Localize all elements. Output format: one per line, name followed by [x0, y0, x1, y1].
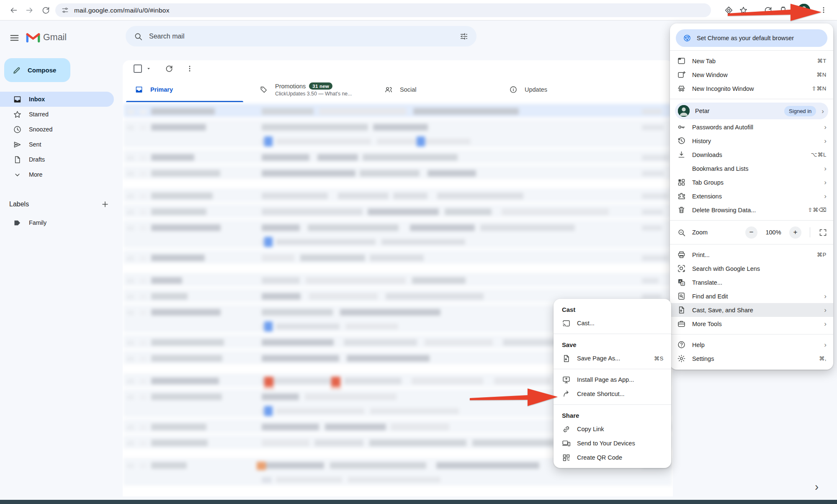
refresh-icon[interactable] — [165, 64, 173, 73]
menu-item-help[interactable]: Help› — [670, 338, 833, 352]
blur-block — [345, 324, 398, 329]
menu-item-history[interactable]: History› — [670, 134, 833, 148]
lens-extension-icon[interactable] — [724, 6, 733, 15]
blur-block — [151, 440, 208, 446]
sidebar-item-sent[interactable]: Sent — [0, 137, 114, 152]
select-dropdown-icon[interactable] — [146, 66, 152, 72]
trash-icon — [677, 206, 686, 214]
tab-new-badge: 31 new — [309, 82, 332, 90]
main-menu-icon[interactable] — [9, 33, 20, 43]
submenu-item-send-to-your-devices[interactable]: Send to Your Devices — [554, 436, 671, 450]
menu-item-translate[interactable]: AaTranslate... — [670, 275, 833, 289]
menu-item-print[interactable]: Print...⌘P — [670, 248, 833, 262]
email-row[interactable] — [124, 250, 672, 264]
email-row[interactable] — [124, 273, 672, 286]
menu-item-search-with-google-lens[interactable]: Search with Google Lens — [670, 262, 833, 275]
download-icon — [677, 150, 686, 159]
blur-block — [127, 340, 134, 345]
forward-icon[interactable] — [25, 6, 34, 15]
email-row[interactable] — [124, 166, 672, 179]
submenu-item-save-page-as[interactable]: Save Page As...⌘S — [554, 351, 671, 365]
tab-content: Promotions31 newClickUpdates 3.50 — What… — [275, 82, 352, 97]
label-item-family[interactable]: Family — [0, 215, 114, 230]
email-row[interactable] — [124, 104, 672, 117]
compose-button[interactable]: Compose — [4, 58, 70, 82]
menu-item-downloads[interactable]: Downloads⌥⌘L — [670, 148, 833, 162]
submenu-item-create-shortcut[interactable]: Create Shortcut... — [554, 387, 671, 401]
profile-avatar[interactable] — [798, 4, 810, 16]
blur-block — [151, 224, 221, 231]
tab-social[interactable]: Social — [372, 77, 497, 102]
menu-item-tab-groups[interactable]: Tab Groups› — [670, 175, 833, 189]
clipboard-icon[interactable] — [779, 6, 788, 15]
sidebar-item-more[interactable]: More — [0, 167, 114, 182]
blur-block — [305, 393, 397, 400]
blur-block — [412, 277, 466, 284]
select-all-checkbox[interactable] — [134, 64, 142, 73]
side-panel-chevron-icon[interactable]: › — [815, 481, 819, 494]
sync-icon[interactable] — [764, 6, 773, 15]
profile-avatar — [678, 105, 690, 117]
fullscreen-icon[interactable] — [819, 228, 827, 237]
submenu-item-cast[interactable]: Cast... — [554, 316, 671, 330]
email-row[interactable] — [124, 220, 672, 248]
tab-updates[interactable]: Updates — [497, 77, 622, 102]
sidebar-item-drafts[interactable]: Drafts — [0, 152, 114, 167]
site-settings-icon[interactable] — [61, 6, 69, 14]
blur-block — [642, 193, 668, 199]
menu-item-shortcut: ⇧⌘N — [811, 85, 827, 92]
sidebar-item-inbox[interactable]: Inbox — [0, 92, 114, 107]
search-filters-icon[interactable] — [459, 32, 469, 41]
menu-item-delete-browsing-data[interactable]: Delete Browsing Data...⇧⌘⌫ — [670, 203, 833, 217]
blur-block — [139, 226, 147, 231]
search-input[interactable]: Search mail — [126, 26, 476, 46]
sidebar-item-snoozed[interactable]: Snoozed — [0, 122, 114, 137]
browser-menu-button[interactable] — [820, 6, 827, 14]
menu-item-profile[interactable]: PetarSigned in› — [675, 103, 828, 119]
create-label-icon[interactable] — [100, 200, 110, 209]
email-row[interactable] — [124, 150, 672, 163]
menu-item-passwords-and-autofill[interactable]: Passwords and Autofill› — [670, 120, 833, 134]
lens-icon — [677, 264, 686, 273]
menu-item-new-tab[interactable]: New Tab⌘T — [670, 54, 833, 68]
blur-block — [325, 424, 386, 430]
send-icon — [13, 140, 22, 149]
submenu-item-create-qr-code[interactable]: Create QR Code — [554, 450, 671, 465]
blur-block — [370, 408, 459, 414]
menu-item-find-and-edit[interactable]: Find and Edit› — [670, 289, 833, 303]
tab-primary[interactable]: Primary — [123, 77, 247, 102]
tab-content: Primary — [150, 86, 173, 93]
zoom-out-button[interactable]: − — [745, 226, 757, 239]
bookmark-star-icon[interactable] — [739, 6, 748, 15]
menu-item-new-window[interactable]: New Window⌘N — [670, 68, 833, 82]
menu-item-cast-save-and-share[interactable]: Cast, Save, and Share› — [670, 303, 833, 317]
email-row[interactable] — [124, 188, 672, 202]
blur-block — [151, 393, 222, 400]
address-bar[interactable]: mail.google.com/mail/u/0/#inbox — [55, 3, 711, 17]
zoom-in-button[interactable]: + — [789, 226, 801, 239]
search-icon[interactable] — [134, 32, 143, 41]
blur-block — [306, 277, 406, 284]
submenu-item-install-page-as-app[interactable]: Install Page as App... — [554, 373, 671, 387]
menu-item-more-tools[interactable]: More Tools› — [670, 317, 833, 331]
more-options-icon[interactable] — [186, 64, 193, 73]
menu-item-bookmarks-and-lists[interactable]: Bookmarks and Lists› — [670, 162, 833, 175]
url-text: mail.google.com/mail/u/0/#inbox — [74, 7, 170, 14]
blur-block — [338, 193, 389, 199]
reload-icon[interactable] — [41, 6, 50, 15]
divider — [670, 244, 833, 244]
email-row[interactable] — [124, 204, 672, 218]
menu-item-label: Send to Your Devices — [577, 440, 664, 447]
divider — [670, 334, 833, 334]
menu-item-settings[interactable]: Settings⌘, — [670, 352, 833, 365]
menu-item-label: Copy Link — [577, 426, 664, 432]
blur-block — [264, 377, 273, 387]
tab-promotions[interactable]: Promotions31 newClickUpdates 3.50 — What… — [247, 77, 372, 102]
menu-item-extensions[interactable]: Extensions› — [670, 189, 833, 203]
menu-item-set-default-browser[interactable]: Set Chrome as your default browser — [676, 29, 827, 47]
email-row[interactable] — [124, 120, 672, 147]
sidebar-item-starred[interactable]: Starred — [0, 107, 114, 122]
menu-item-new-incognito-window[interactable]: New Incognito Window⇧⌘N — [670, 82, 833, 95]
submenu-item-copy-link[interactable]: Copy Link — [554, 422, 671, 436]
back-icon[interactable] — [9, 6, 18, 15]
